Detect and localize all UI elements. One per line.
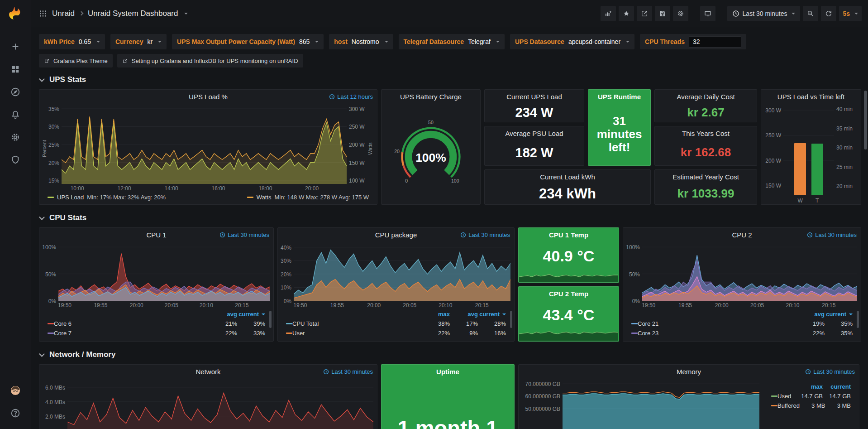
panel-title[interactable]: CPU package	[375, 231, 417, 239]
variable-value[interactable]: Nostromo	[352, 38, 379, 45]
legend-column-header[interactable]: max	[795, 383, 823, 390]
explore-icon[interactable]	[5, 82, 26, 101]
configuration-icon[interactable]	[5, 128, 26, 147]
legend-column-header[interactable]: current	[478, 311, 506, 318]
variable-kwh-price[interactable]: kWh Price0.65	[39, 34, 105, 49]
legend-item[interactable]: WattsMin: 148 W Max: 278 W Avg: 175 W	[247, 194, 369, 201]
variable-currency[interactable]: Currencykr	[110, 34, 167, 49]
legend-series-label[interactable]: Core 23	[638, 330, 658, 337]
variable-host[interactable]: hostNostromo	[329, 34, 393, 49]
ups-load-chart[interactable]: Percent35%30%25%20%15%10:0012:0014:0016:…	[39, 103, 377, 192]
grafana-logo[interactable]	[5, 5, 26, 24]
plot-area[interactable]: 19:5019:5520:0020:0520:1020:15	[294, 243, 510, 309]
add-panel-button[interactable]	[601, 6, 616, 21]
variable-ups-datasource[interactable]: UPS Datasourceapcupsd-container	[510, 34, 634, 49]
bar-t[interactable]	[811, 144, 823, 195]
star-button[interactable]	[619, 6, 634, 21]
apps-grid-icon[interactable]	[39, 10, 47, 18]
legend-scrollbar[interactable]	[510, 311, 512, 328]
legend-column-header[interactable]: current	[237, 311, 265, 318]
tv-mode-button[interactable]	[700, 6, 715, 21]
panel-title[interactable]: This Years Cost	[682, 130, 730, 137]
chevron-down-icon[interactable]	[184, 13, 188, 14]
variable-cpu-threads[interactable]: CPU Threads	[640, 34, 746, 49]
panel-title[interactable]: Average Daily Cost	[677, 93, 734, 101]
page-scrollbar[interactable]	[864, 91, 867, 149]
variable-input[interactable]	[689, 36, 741, 48]
panel-title[interactable]: Estimated Yearly Cost	[672, 173, 739, 181]
legend-item[interactable]: UPS LoadMin: 17% Max: 32% Avg: 20%	[48, 194, 166, 201]
variable-value[interactable]: kr	[147, 38, 153, 45]
bar-w[interactable]	[794, 143, 806, 195]
legend-series-label[interactable]: User	[292, 330, 305, 337]
refresh-button[interactable]	[821, 6, 836, 21]
plot-area[interactable]: 19:5019:5520:0020:0520:1020:15	[642, 243, 857, 309]
panel-title[interactable]: UPS Battery Charge	[400, 93, 462, 101]
plot-area[interactable]: 10:0012:0014:0016:0018:0020:00	[62, 105, 347, 192]
dashboards-icon[interactable]	[5, 60, 26, 79]
variable-ups-max-output-power-capacity-watt-[interactable]: UPS Max Output Power Capacity (Watt)865	[172, 34, 324, 49]
plot-area[interactable]: WT	[783, 105, 834, 204]
panel-title[interactable]: Network	[196, 368, 220, 376]
dashboard-link[interactable]: Grafana Plex Theme	[39, 54, 113, 67]
network-chart[interactable]: 6.0 MBs4.0 MBs2.0 MBs19:5019:5520:0020:0…	[39, 378, 377, 429]
panel-title[interactable]: UPS Load %	[189, 93, 228, 101]
legend-series-label[interactable]: Core 6	[54, 320, 72, 327]
dashboard-link[interactable]: Setting up Grafana and InfluxDB for UPS …	[117, 54, 303, 67]
variable-value[interactable]: Telegraf	[468, 38, 491, 45]
section-header-ups[interactable]: UPS Stats	[39, 73, 861, 87]
ups-bars-chart[interactable]: 300 W250 W200 W150 WWT40 min35 min30 min…	[761, 103, 861, 204]
variable-telegraf-datasource[interactable]: Telegraf DatasourceTelegraf	[399, 34, 505, 49]
legend-series-label[interactable]: Core 7	[54, 330, 72, 337]
panel-title[interactable]: CPU 1 Temp	[549, 231, 588, 239]
refresh-interval-dropdown[interactable]: 5s	[839, 6, 862, 21]
breadcrumb-dashboard-title[interactable]: Unraid System Dashboard	[88, 9, 178, 18]
legend-scrollbar[interactable]	[269, 311, 272, 328]
section-header-netmem[interactable]: Network / Memory	[39, 348, 861, 362]
breadcrumb-folder[interactable]: Unraid	[52, 9, 75, 18]
variable-value[interactable]: 865	[299, 38, 310, 45]
dashboard-settings-button[interactable]	[673, 6, 688, 21]
legend-column-header[interactable]: current	[825, 311, 853, 318]
legend-scrollbar[interactable]	[857, 311, 859, 328]
create-icon[interactable]	[5, 37, 26, 56]
panel-title[interactable]: UPS Runtime	[598, 93, 641, 101]
legend-column-header[interactable]: avg	[450, 311, 478, 318]
alerting-icon[interactable]	[5, 105, 26, 124]
variable-value[interactable]: apcupsd-container	[568, 38, 620, 45]
legend-column-header[interactable]: avg	[796, 311, 825, 318]
plot-area[interactable]: 19:5019:5520:0020:0520:1020:15	[58, 243, 270, 309]
panel-title[interactable]: CPU 2	[732, 231, 752, 239]
server-admin-icon[interactable]	[5, 150, 26, 169]
help-icon[interactable]	[5, 404, 26, 423]
legend-column-header[interactable]: max	[422, 311, 450, 318]
battery-gauge[interactable]: 02050100100%	[382, 103, 480, 204]
legend-series-label[interactable]: Used	[777, 393, 791, 400]
legend-series-label[interactable]: CPU Total	[292, 320, 319, 327]
panel-title[interactable]: Average PSU Load	[505, 130, 563, 137]
avatar[interactable]	[5, 381, 26, 400]
legend-series-label[interactable]: Core 21	[638, 320, 658, 327]
panel-title[interactable]: Memory	[677, 368, 701, 376]
panel-title[interactable]: Current Load kWh	[540, 173, 595, 181]
cpu-package-chart[interactable]: 40%30%20%10%0%19:5019:5520:0020:0520:102…	[278, 241, 514, 309]
legend-series-label[interactable]: Buffered	[777, 402, 800, 409]
cpu2-chart[interactable]: 100%50%0%19:5019:5520:0020:0520:1020:15	[623, 241, 861, 309]
panel-title[interactable]: CPU 1	[146, 231, 166, 239]
legend-column-header[interactable]: avg	[209, 311, 237, 318]
variable-value[interactable]: 0.65	[79, 38, 91, 45]
panel-title[interactable]: CPU 2 Temp	[549, 290, 588, 298]
legend-column-header[interactable]: current	[823, 383, 851, 390]
zoom-out-button[interactable]	[803, 6, 818, 21]
share-button[interactable]	[637, 6, 652, 21]
save-button[interactable]	[655, 6, 670, 21]
plot-area[interactable]: 19:5019:5520:0020:0520:1020:15	[563, 380, 759, 429]
cpu1-chart[interactable]: 100%50%0%19:5019:5520:0020:0520:1020:15	[39, 241, 273, 309]
panel-title[interactable]: UPS Load vs Time left	[777, 93, 844, 101]
panel-title[interactable]: Current UPS Load	[506, 93, 562, 101]
panel-title[interactable]: Uptime	[436, 368, 459, 376]
plot-area[interactable]: 19:5019:5520:0020:0520:1020:15	[67, 380, 373, 429]
time-range-picker[interactable]: Last 30 minutes	[727, 6, 801, 21]
section-header-cpu[interactable]: CPU Stats	[39, 211, 861, 225]
memory-chart[interactable]: 70.000000 GB60.000000 GB50.000000 GB19:5…	[519, 378, 763, 429]
